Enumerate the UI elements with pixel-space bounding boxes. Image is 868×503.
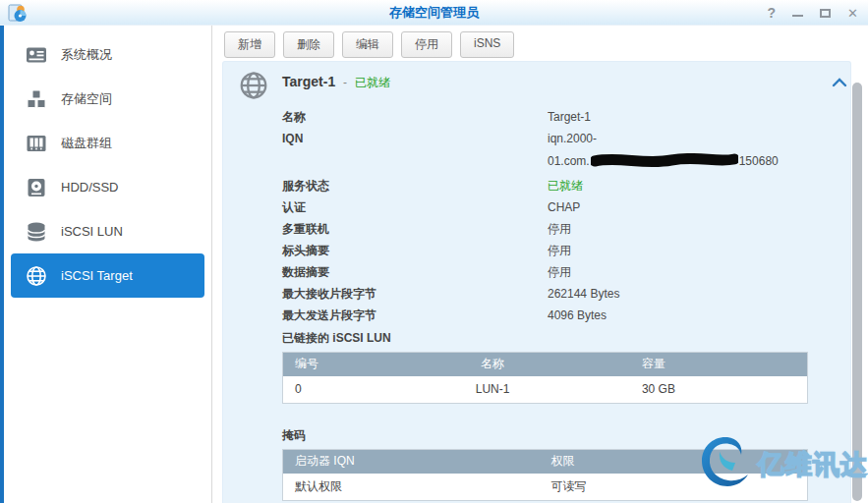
target-globe-icon	[238, 70, 269, 101]
redaction-scribble	[591, 153, 738, 171]
sidebar: 系统概况 存储空间	[4, 26, 212, 503]
sidebar-item-storage-space[interactable]: 存储空间	[11, 77, 204, 121]
mask-section-heading: 掩码	[282, 427, 850, 444]
iqn-line2-prefix: 01.com.	[548, 154, 590, 168]
field-max-receive-segment: 最大接收片段字节 262144 Bytes	[282, 287, 835, 301]
add-button[interactable]: 新增	[224, 31, 275, 58]
field-max-send-segment: 最大发送片段字节 4096 Bytes	[282, 308, 835, 322]
window-title: 存储空间管理员	[0, 0, 868, 26]
disable-button[interactable]: 停用	[401, 31, 452, 58]
target-fields: 名称 Target-1 IQN iqn.2000- 01.com.150680	[282, 110, 835, 322]
vertical-scrollbar	[852, 61, 862, 503]
target-header: Target-1 - 已就绪	[223, 62, 850, 101]
sidebar-item-label: 存储空间	[61, 90, 112, 108]
sidebar-item-label: iSCSI Target	[61, 268, 133, 283]
lun-table: 编号 名称 容量 0 LUN-1 30 GB	[282, 352, 808, 404]
minimize-icon[interactable]	[792, 15, 803, 17]
lun-col-name: 名称	[387, 353, 598, 376]
target-detail-panel: Target-1 - 已就绪 名称 Target-1	[222, 61, 851, 503]
iqn-line1: iqn.2000-	[548, 132, 597, 145]
iqn-line2-suffix: 150680	[739, 154, 779, 168]
sidebar-item-label: 系统概况	[61, 46, 112, 64]
target-name-separator: -	[343, 76, 347, 89]
mask-table-header: 启动器 IQN 权限	[283, 450, 808, 474]
sidebar-item-iscsi-lun[interactable]: iSCSI LUN	[11, 209, 204, 253]
lun-table-header: 编号 名称 容量	[283, 353, 808, 376]
system-overview-icon	[25, 43, 48, 67]
lun-section-heading: 已链接的 iSCSI LUN	[282, 330, 850, 347]
disk-group-icon	[25, 132, 48, 155]
mask-permission: 可读写	[546, 474, 808, 501]
lun-capacity: 30 GB	[598, 376, 808, 404]
field-auth: 认证 CHAP	[282, 200, 835, 214]
field-data-digest: 数据摘要 停用	[282, 265, 835, 279]
mask-col-initiator-iqn: 启动器 IQN	[283, 450, 546, 474]
lun-name: LUN-1	[387, 376, 598, 404]
scrollbar-thumb[interactable]	[852, 83, 862, 501]
lun-col-capacity: 容量	[598, 353, 808, 376]
sidebar-item-system-overview[interactable]: 系统概况	[11, 32, 204, 77]
toolbar: 新增 删除 编辑 停用 iSNS	[212, 26, 868, 58]
content-area: 新增 删除 编辑 停用 iSNS	[212, 26, 868, 503]
mask-table: 启动器 IQN 权限 默认权限 可读写	[282, 449, 808, 501]
lun-col-id: 编号	[283, 353, 388, 376]
field-service-status: 服务状态 已就绪	[282, 179, 835, 193]
mask-col-permission: 权限	[546, 450, 808, 474]
sidebar-item-label: 磁盘群组	[61, 135, 112, 152]
help-icon[interactable]: ?	[768, 7, 777, 20]
target-name: Target-1	[282, 74, 335, 89]
edit-button[interactable]: 编辑	[342, 31, 393, 58]
titlebar: 存储空间管理员 ? ✕	[0, 0, 868, 26]
sidebar-item-label: HDD/SSD	[61, 180, 119, 195]
hdd-ssd-icon	[25, 176, 48, 199]
sidebar-item-hdd-ssd[interactable]: HDD/SSD	[11, 165, 204, 209]
window-controls: ? ✕	[768, 0, 858, 26]
target-status-badge: 已就绪	[355, 76, 390, 89]
delete-button[interactable]: 删除	[283, 31, 334, 58]
lun-id: 0	[283, 376, 388, 404]
mask-table-row[interactable]: 默认权限 可读写	[283, 474, 808, 501]
field-header-digest: 标头摘要 停用	[282, 244, 835, 257]
mask-initiator-iqn: 默认权限	[283, 474, 546, 501]
field-iqn: IQN iqn.2000- 01.com.150680	[282, 132, 835, 171]
field-multi-session: 多重联机 停用	[282, 222, 835, 236]
lun-table-row[interactable]: 0 LUN-1 30 GB	[283, 376, 808, 404]
sidebar-item-iscsi-target[interactable]: iSCSI Target	[11, 253, 204, 298]
storage-space-icon	[25, 87, 48, 111]
maximize-icon[interactable]	[820, 9, 831, 18]
isns-button[interactable]: iSNS	[460, 31, 514, 58]
sidebar-item-disk-group[interactable]: 磁盘群组	[11, 121, 204, 165]
field-name: 名称 Target-1	[282, 110, 835, 124]
storage-manager-window: 存储空间管理员 ? ✕ 系统概况	[0, 0, 868, 503]
collapse-chevron-icon[interactable]	[832, 75, 847, 92]
sidebar-item-label: iSCSI LUN	[61, 224, 123, 239]
close-icon[interactable]: ✕	[847, 7, 858, 20]
iscsi-target-icon	[25, 264, 48, 288]
iscsi-lun-icon	[25, 220, 48, 244]
